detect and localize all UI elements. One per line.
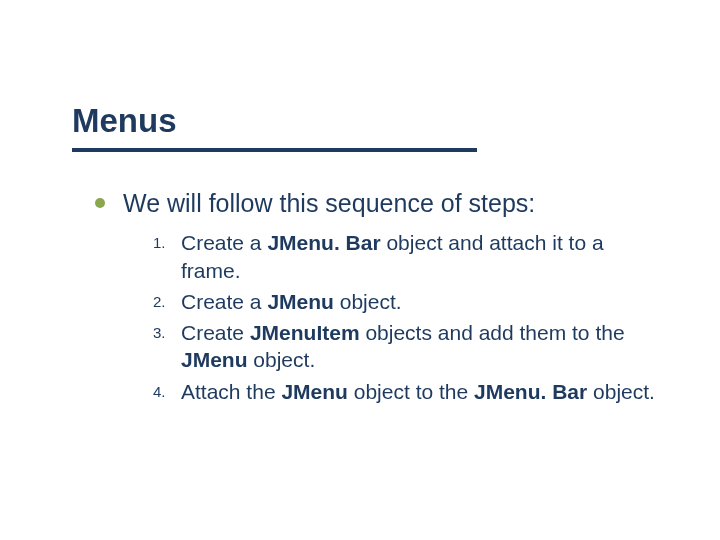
list-item: 1.Create a JMenu. Bar object and attach … <box>153 229 660 284</box>
bullet-level-1: We will follow this sequence of steps: <box>95 188 660 219</box>
slide: Menus We will follow this sequence of st… <box>0 0 720 540</box>
list-item: 4.Attach the JMenu object to the JMenu. … <box>153 378 660 405</box>
list-number: 1. <box>153 229 181 255</box>
list-number: 2. <box>153 288 181 314</box>
list-item: 2.Create a JMenu object. <box>153 288 660 315</box>
list-item-text: Attach the JMenu object to the JMenu. Ba… <box>181 378 655 405</box>
list-number: 3. <box>153 319 181 345</box>
list-number: 4. <box>153 378 181 404</box>
list-item-text: Create a JMenu. Bar object and attach it… <box>181 229 660 284</box>
bullet-icon <box>95 198 105 208</box>
list-item: 3.Create JMenuItem objects and add them … <box>153 319 660 374</box>
slide-body: We will follow this sequence of steps: 1… <box>95 188 660 409</box>
ordered-list: 1.Create a JMenu. Bar object and attach … <box>153 229 660 405</box>
list-item-text: Create a JMenu object. <box>181 288 402 315</box>
title-underline <box>72 148 477 152</box>
slide-title: Menus <box>72 102 177 140</box>
list-item-text: Create JMenuItem objects and add them to… <box>181 319 660 374</box>
lead-text: We will follow this sequence of steps: <box>123 188 535 219</box>
